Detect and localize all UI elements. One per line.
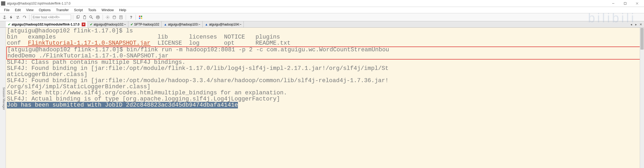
svg-rect-21	[139, 18, 140, 19]
toolbar: ?	[0, 13, 644, 21]
warn-icon: ▲	[205, 23, 208, 26]
paste-icon[interactable]	[82, 14, 88, 20]
check-icon: ✔	[90, 23, 93, 26]
session-tab[interactable]: ▲ atguigu@hadoop104:~	[203, 21, 244, 27]
menu-view[interactable]: View	[24, 7, 36, 12]
terminal-line: [atguigu@hadoop102 flink-1.17.0]$ ls	[7, 28, 643, 34]
toolbar-separator	[73, 15, 73, 20]
terminal-line: SLF4J: Actual binding is of type [org.ap…	[7, 96, 643, 102]
svg-point-14	[113, 16, 116, 17]
session-manager-panel[interactable]: Session Manager	[0, 28, 6, 168]
menu-file[interactable]: File	[2, 7, 12, 12]
reload-icon[interactable]	[21, 14, 27, 20]
tabbar: ✔ atguigu@hadoop102:/opt/module/flink-1.…	[0, 21, 644, 28]
tab-label: atguigu@hadoop102:~	[94, 23, 126, 26]
tab-label: SFTP-hadoop102	[134, 23, 159, 26]
db-icon[interactable]	[111, 14, 117, 20]
menu-help[interactable]: Help	[117, 7, 129, 12]
menu-transfer[interactable]: Transfer	[54, 7, 71, 12]
svg-rect-12	[97, 18, 99, 19]
tab-close-icon[interactable]: ✕	[82, 23, 85, 26]
toolbar-separator	[103, 15, 103, 20]
terminal-line: SLF4J: Found binding in [jar:file:/opt/m…	[7, 78, 643, 84]
swap-icon[interactable]	[15, 14, 21, 20]
svg-rect-7	[84, 15, 85, 16]
print-icon[interactable]	[95, 14, 101, 20]
scrollbar[interactable]	[640, 28, 644, 168]
help-icon[interactable]: ?	[128, 14, 134, 20]
terminal-line: ndedDemo ./FlinkTutorial-1.17-1.0-SNAPSH…	[7, 53, 642, 59]
svg-rect-22	[141, 18, 142, 19]
bolt-icon[interactable]	[8, 14, 14, 20]
window-controls	[607, 0, 643, 7]
svg-rect-10	[97, 16, 99, 17]
menu-window[interactable]: Window	[99, 7, 116, 12]
session-tab[interactable]: ✔ SFTP-hadoop102	[128, 21, 162, 27]
terminal-line: bin examples lib licenses NOTICE plugins	[7, 34, 643, 40]
terminal[interactable]: [atguigu@hadoop102 flink-1.17.0]$ ls bin…	[6, 28, 644, 168]
sidebar-label: Session Manager	[2, 87, 6, 110]
svg-rect-6	[84, 16, 86, 19]
toolbar-separator	[136, 15, 136, 20]
tab-label: atguigu@hadoop103:~	[168, 23, 200, 26]
svg-line-9	[92, 18, 93, 19]
terminal-line: Job has been submitted with JobID 2d2c84…	[7, 102, 643, 108]
maximize-button[interactable]	[619, 0, 631, 7]
svg-rect-19	[139, 16, 140, 17]
check-icon: ✔	[8, 23, 11, 26]
menu-tools[interactable]: Tools	[86, 7, 98, 12]
session-tab[interactable]: ✔ atguigu@hadoop102:~	[88, 21, 128, 27]
jar-file: FlinkTutorial-1.17-1.0-SNAPSHOT.jar	[28, 40, 150, 47]
highlighted-command-box: [atguigu@hadoop102 flink-1.17.0]$ bin/fl…	[6, 47, 643, 60]
check-icon: ✔	[130, 23, 133, 26]
menu-script[interactable]: Script	[72, 7, 85, 12]
terminal-line: [atguigu@hadoop102 flink-1.17.0]$ bin/fl…	[7, 47, 642, 53]
tab-next-icon[interactable]: ▸	[634, 23, 638, 26]
find-icon[interactable]	[88, 14, 94, 20]
svg-text:?: ?	[130, 15, 132, 19]
scrollbar-thumb[interactable]	[641, 28, 643, 49]
close-button[interactable]	[631, 0, 643, 7]
app-icon	[1, 1, 5, 6]
window-title: atguigu@hadoop102:/opt/module/flink-1.17…	[7, 2, 607, 5]
terminal-line: conf FlinkTutorial-1.17-1.0-SNAPSHOT.jar…	[7, 40, 643, 47]
selected-text: Job has been submitted with JobID 2d2c84…	[7, 102, 238, 108]
session-tab[interactable]: ▲ atguigu@hadoop103:~	[162, 21, 203, 27]
session-tab[interactable]: ✔ atguigu@hadoop102:/opt/module/flink-1.…	[6, 21, 88, 27]
toolbar-separator	[29, 15, 29, 20]
menu-options[interactable]: Options	[36, 7, 53, 12]
palette-icon[interactable]	[138, 14, 143, 20]
tab-prev-icon[interactable]: ◂	[629, 23, 633, 26]
tab-nav: ◂ ▸ ✕	[629, 21, 644, 27]
menubar: File Edit View Options Transfer Script T…	[0, 7, 644, 13]
svg-point-13	[107, 17, 108, 18]
gear-icon[interactable]	[105, 14, 111, 20]
svg-point-8	[90, 16, 92, 18]
window-titlebar: atguigu@hadoop102:/opt/module/flink-1.17…	[0, 0, 644, 7]
copy-icon[interactable]	[75, 14, 81, 20]
svg-rect-20	[141, 16, 142, 17]
anchor-icon[interactable]	[2, 14, 7, 20]
terminal-line: /org/slf4j/impl/StaticLoggerBinder.class…	[7, 84, 643, 90]
terminal-line: SLF4J: See http://www.slf4j.org/codes.ht…	[7, 90, 643, 96]
minimize-button[interactable]	[607, 0, 619, 7]
warn-icon: ▲	[164, 23, 167, 26]
terminal-line: SLF4J: Found binding in [jar:file:/opt/m…	[7, 66, 643, 72]
menu-edit[interactable]: Edit	[12, 7, 23, 12]
svg-rect-1	[624, 2, 626, 5]
tab-close-icon[interactable]: ✕	[639, 23, 643, 26]
tab-label: atguigu@hadoop102:/opt/module/flink-1.17…	[12, 23, 80, 26]
terminal-line: aticLoggerBinder.class]	[7, 72, 643, 78]
toolbar-separator	[126, 15, 126, 20]
terminal-line: SLF4J: Class path contains multiple SLF4…	[7, 60, 643, 66]
props-icon[interactable]	[118, 14, 124, 20]
host-input[interactable]	[31, 15, 71, 20]
svg-rect-5	[77, 15, 79, 18]
tab-label: atguigu@hadoop104:~	[209, 23, 241, 26]
